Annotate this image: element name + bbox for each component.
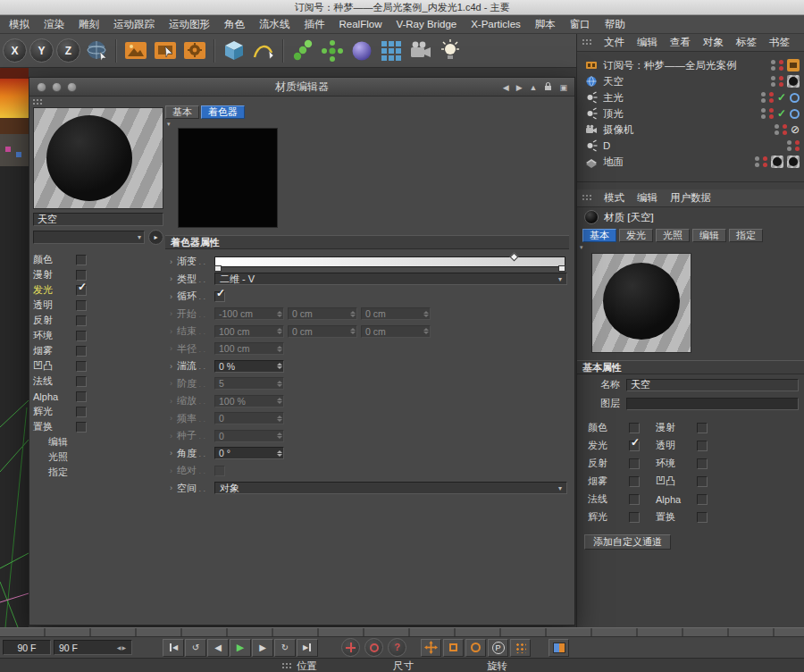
camera-object-icon[interactable] <box>407 38 434 64</box>
channel-checkbox[interactable] <box>697 512 708 523</box>
visibility-dots-icon[interactable] <box>787 140 791 151</box>
menubar-item[interactable]: 运动图形 <box>162 15 217 34</box>
channel-page[interactable]: 光照 <box>33 449 163 465</box>
channel-page[interactable]: 编辑 <box>33 434 163 449</box>
channel-row[interactable]: 发光✓ <box>33 282 163 298</box>
material-preview-large[interactable] <box>33 107 163 209</box>
channel-checkbox[interactable] <box>697 458 708 469</box>
axis-z-button[interactable]: Z <box>56 38 80 63</box>
channel-checkbox[interactable] <box>76 331 87 341</box>
attribute-tab[interactable]: 光照 <box>656 229 690 242</box>
menubar-item[interactable]: 脚本 <box>528 15 563 34</box>
render-dots-icon[interactable] <box>795 140 800 151</box>
number-field[interactable]: 0 cm <box>361 307 431 320</box>
render-dots-icon[interactable] <box>783 124 787 135</box>
stepper-icon[interactable] <box>275 413 283 424</box>
dock-icon[interactable]: ▣ <box>559 83 567 92</box>
number-field[interactable]: 0 cm <box>288 307 357 320</box>
stepper-icon[interactable] <box>348 308 356 320</box>
gradient-stop-right[interactable] <box>558 265 565 272</box>
current-frame-field[interactable]: 90 F <box>3 640 51 655</box>
stepper-icon[interactable] <box>422 308 430 320</box>
number-field[interactable]: -100 cm <box>214 307 284 320</box>
next-frame-icon[interactable]: ▶ <box>252 639 273 657</box>
spline-pen-icon[interactable] <box>250 38 277 64</box>
layout-toggle-icon[interactable] <box>549 639 569 657</box>
channel-checkbox[interactable] <box>697 423 708 433</box>
object-manager-menu-item[interactable]: 对象 <box>697 36 730 49</box>
record-pla-icon[interactable] <box>510 639 531 657</box>
target-tag-icon[interactable] <box>790 93 800 103</box>
channel-row[interactable]: 反射 <box>33 313 163 328</box>
expand-arrow-icon[interactable]: ▾ <box>165 121 569 128</box>
number-field[interactable]: 5 <box>214 377 284 390</box>
property-dropdown[interactable]: 对象▾ <box>214 482 567 494</box>
channel-checkbox[interactable] <box>76 270 87 281</box>
add-custom-channel-button[interactable]: 添加自定义通道 <box>584 534 671 550</box>
menubar-item[interactable]: 运动跟踪 <box>106 15 162 34</box>
preview-type-dropdown[interactable]: ▾ <box>33 231 145 244</box>
number-field[interactable]: 100 cm <box>214 342 284 355</box>
viewport[interactable] <box>0 68 29 627</box>
channel-checkbox[interactable] <box>76 407 87 417</box>
channel-checkbox[interactable] <box>76 422 87 433</box>
menubar-item[interactable]: 帮助 <box>598 15 632 34</box>
visibility-dots-icon[interactable] <box>761 108 766 119</box>
channel-row[interactable]: 环境 <box>33 328 163 343</box>
material-tag-icon[interactable] <box>787 155 800 168</box>
target-tag-icon[interactable] <box>790 109 800 119</box>
lock-icon[interactable] <box>544 81 552 93</box>
visibility-dots-icon[interactable] <box>755 156 759 167</box>
expand-arrow-icon[interactable]: ▾ <box>577 243 804 251</box>
property-checkbox[interactable] <box>214 466 225 476</box>
panel-grip-icon[interactable] <box>582 38 593 46</box>
attribute-tab[interactable]: 编辑 <box>692 229 726 242</box>
end-frame-field[interactable]: 90 F◀▶ <box>54 640 132 655</box>
object-row[interactable]: 摄像机⊘ <box>577 122 804 138</box>
play-icon[interactable]: ▶ <box>230 639 251 657</box>
array-object-icon[interactable] <box>378 38 405 64</box>
cycle-icon[interactable]: ↻ <box>274 639 296 657</box>
channel-checkbox[interactable] <box>697 494 708 505</box>
stepper-icon[interactable] <box>275 325 283 337</box>
sphere-primitive-icon[interactable] <box>348 38 375 64</box>
stepper-icon[interactable] <box>348 325 356 337</box>
number-field[interactable]: 100 % <box>214 395 284 407</box>
attribute-manager-menu-item[interactable]: 编辑 <box>631 191 664 205</box>
go-to-end-icon[interactable]: ▶ <box>297 639 318 657</box>
stepper-icon[interactable] <box>275 448 283 459</box>
channel-checkbox[interactable] <box>76 391 87 402</box>
keyframe-record-icon[interactable] <box>341 638 360 657</box>
channel-row[interactable]: Alpha <box>33 389 163 404</box>
material-tag-icon[interactable] <box>787 75 800 88</box>
mograph-cloner-icon[interactable] <box>289 38 316 64</box>
channel-row[interactable]: 颜色 <box>33 252 163 267</box>
attribute-tab[interactable]: 基本 <box>582 229 616 242</box>
up-arrow-icon[interactable]: ▲ <box>530 83 538 92</box>
object-manager-menu-item[interactable]: 标签 <box>730 36 763 49</box>
object-manager-menu-item[interactable]: 查看 <box>664 36 697 49</box>
render-view-icon[interactable] <box>122 38 149 64</box>
preview-options-icon[interactable]: ▸ <box>148 230 163 245</box>
gradient-stop-left[interactable] <box>214 265 222 272</box>
menubar-item[interactable]: 流水线 <box>252 15 297 34</box>
object-row[interactable]: 订阅号：种梦——全局光案例 <box>577 57 804 73</box>
channel-checkbox[interactable] <box>629 423 640 433</box>
protection-tag-icon[interactable]: ⊘ <box>791 123 800 136</box>
visibility-dots-icon[interactable] <box>771 60 775 71</box>
stepper-icon[interactable] <box>275 308 283 320</box>
render-dots-icon[interactable] <box>769 108 774 119</box>
next-material-icon[interactable]: ▶ <box>516 83 523 92</box>
menubar-item[interactable]: V-Ray Bridge <box>389 15 464 34</box>
channel-checkbox[interactable]: ✓ <box>76 285 87 296</box>
enabled-check-icon[interactable]: ✓ <box>777 91 786 104</box>
number-field[interactable]: 0 <box>214 412 284 424</box>
visibility-dots-icon[interactable] <box>761 92 766 103</box>
gradient-bar[interactable] <box>214 254 567 270</box>
channel-checkbox[interactable] <box>629 494 640 505</box>
stepper-icon[interactable] <box>275 395 283 407</box>
channel-row[interactable]: 凹凸 <box>33 358 163 374</box>
menubar-item[interactable]: 角色 <box>217 15 252 34</box>
object-manager-menu-item[interactable]: 编辑 <box>631 36 664 49</box>
object-row[interactable]: 主光✓ <box>577 89 804 105</box>
